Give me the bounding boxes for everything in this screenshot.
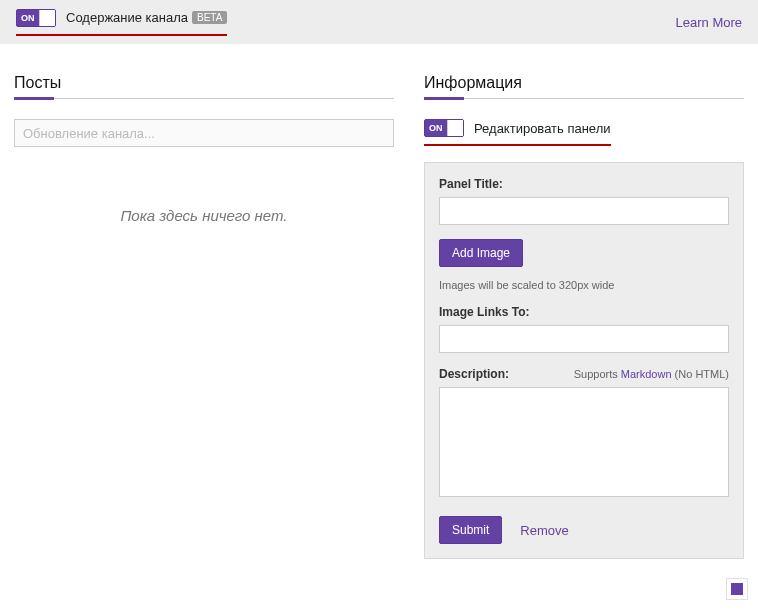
main-columns: Посты Пока здесь ничего нет. Информация … [0,44,758,559]
supports-prefix: Supports [574,368,621,380]
toggle-on-label: ON [21,13,35,23]
description-row: Description: Supports Markdown (No HTML) [439,367,729,381]
remove-link[interactable]: Remove [520,523,568,538]
channel-content-label: Содержание канала [66,10,188,25]
posts-empty-message: Пока здесь ничего нет. [14,207,394,224]
edit-panels-switch-group: ON Редактировать панели [424,119,611,146]
panel-title-label: Panel Title: [439,177,729,191]
post-update-input[interactable] [14,119,394,147]
info-title: Информация [424,74,744,92]
edit-panels-row: ON Редактировать панели [424,119,744,146]
posts-title-rule [14,98,394,99]
info-title-rule [424,98,744,99]
toggle-on-label: ON [429,123,443,133]
add-image-button[interactable]: Add Image [439,239,523,267]
channel-content-toggle[interactable]: ON [16,9,56,27]
image-links-label: Image Links To: [439,305,729,319]
description-label: Description: [439,367,509,381]
toggle-knob [447,120,463,136]
edit-panels-label: Редактировать панели [474,121,611,136]
markdown-support-note: Supports Markdown (No HTML) [574,368,729,380]
markdown-link[interactable]: Markdown [621,368,672,380]
description-textarea[interactable] [439,387,729,497]
form-actions: Submit Remove [439,516,729,544]
submit-button[interactable]: Submit [439,516,502,544]
beta-badge: BETA [192,11,227,24]
learn-more-link[interactable]: Learn More [676,15,742,30]
panel-edit-form: Panel Title: Add Image Images will be sc… [424,162,744,559]
info-column: Информация ON Редактировать панели Panel… [424,74,744,559]
top-bar-left: ON Содержание канала BETA [16,9,227,36]
top-bar: ON Содержание канала BETA Learn More [0,0,758,44]
posts-column: Посты Пока здесь ничего нет. [14,74,394,559]
image-links-input[interactable] [439,325,729,353]
toggle-knob [39,10,55,26]
edit-panels-toggle[interactable]: ON [424,119,464,137]
image-scale-hint: Images will be scaled to 320px wide [439,279,729,291]
posts-title: Посты [14,74,394,92]
channel-content-switch-group: ON Содержание канала BETA [16,9,227,36]
panel-title-input[interactable] [439,197,729,225]
supports-suffix: (No HTML) [672,368,729,380]
